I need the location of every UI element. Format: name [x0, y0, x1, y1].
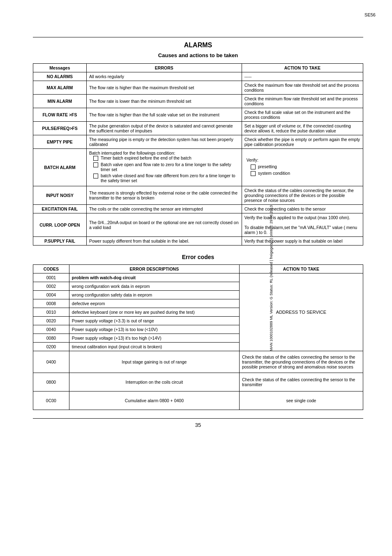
alarm-errors: The coils or the cable connecting the se…: [86, 205, 242, 213]
error-desc: wrong configuration safety data in eepro…: [69, 291, 239, 299]
bottom-divider: [33, 418, 363, 419]
alarm-action: Check whether the pipe is empty or perfo…: [242, 135, 363, 149]
checkbox-icon: [93, 156, 98, 161]
alarm-errors-batch: Batch interrupted for the followings con…: [86, 149, 242, 186]
error-desc: wrong configuration work data in eeprom: [69, 282, 239, 291]
alarm-errors: The measuring pipe is empty or the detec…: [86, 135, 242, 149]
list-item: presetting: [251, 164, 360, 169]
table-row: EXCITATION FAIL The coils or the cable c…: [33, 205, 363, 213]
error-codes-title: Error codes: [33, 254, 363, 260]
address-to-service-text: ADDRESS TO SERVICE: [276, 310, 326, 315]
checkbox-icon: [93, 174, 98, 178]
alarm-message: P.SUPPLY FAIL: [33, 237, 87, 246]
table-row: FLOW RATE >FS The flow rate is higher th…: [33, 108, 363, 122]
error-desc: Input stage gaining is out of range: [69, 351, 239, 373]
list-item: Timer batch expired before the end of th…: [93, 155, 239, 161]
verify-section: Verify: presetting system condition: [244, 158, 360, 176]
alarm-message: EMPTY PIPE: [33, 135, 87, 149]
alarms-table: Messages ERRORS ACTION TO TAKE NO ALARMS…: [33, 63, 363, 246]
table-row: NO ALARMS All works regularly -----: [33, 72, 363, 81]
address-to-service-cell: ADDRESS TO SERVICE: [239, 273, 363, 351]
error-code: 0040: [33, 325, 69, 334]
alarm-message: CURR. LOOP OPEN: [33, 213, 87, 237]
error-desc: Power supply voltage (+3.3) is out of ra…: [69, 317, 239, 325]
checkbox-icon: [251, 171, 256, 176]
page-container: MAN 1000102889 ML Version: G Status: RL …: [0, 0, 392, 556]
error-code: 0001: [33, 273, 69, 282]
error-code: 0200: [33, 343, 69, 351]
alarm-action: Check the maximum flow rate threshold se…: [242, 81, 363, 95]
alarm-errors: The flow rate is lower than the minimum …: [86, 95, 242, 108]
error-code: 0008: [33, 299, 69, 308]
alarm-errors: All works regularly: [86, 72, 242, 81]
alarm-action: Set a bigger unit of volume or, if the c…: [242, 122, 363, 135]
page-number: 35: [33, 422, 363, 428]
error-col-action: ACTION TO TAKE: [239, 265, 363, 273]
alarm-action: Verify the load is applied to the output…: [242, 213, 363, 237]
error-code: 0010: [33, 308, 69, 317]
error-desc: defective eeprom: [69, 299, 239, 308]
alarms-col-action: ACTION TO TAKE: [242, 64, 363, 72]
table-row: 0C00 Cumulative alarm 0800 + 0400 see si…: [33, 392, 363, 410]
alarm-message: BATCH ALARM: [33, 149, 87, 186]
verify-list: presetting system condition: [247, 164, 360, 176]
table-row: PULSE/FREQ>FS The pulse generation outpu…: [33, 122, 363, 135]
error-desc: timeout calibration input (input circuit…: [69, 343, 239, 351]
table-row: 0001 problem with watch-dog circuit ADDR…: [33, 273, 363, 282]
table-row: INPUT NOISY The measure is strongly effe…: [33, 186, 363, 205]
error-code: 0020: [33, 317, 69, 325]
alarm-action: Check the full scale value set on the in…: [242, 108, 363, 122]
error-codes-table: CODES ERROR DESCRIPTIONS ACTION TO TAKE …: [33, 264, 363, 410]
table-row: MAX ALARM The flow rate is higher than t…: [33, 81, 363, 95]
alarms-col-messages: Messages: [33, 64, 87, 72]
error-code: 0400: [33, 351, 69, 373]
alarm-action: Check the status of the cables connectin…: [242, 186, 363, 205]
alarms-col-errors: ERRORS: [86, 64, 242, 72]
error-code: 0800: [33, 373, 69, 392]
top-divider: [33, 37, 363, 37]
table-row: BATCH ALARM Batch interrupted for the fo…: [33, 149, 363, 186]
alarm-message: PULSE/FREQ>FS: [33, 122, 87, 135]
table-row: CURR. LOOP OPEN The 0/4...20mA output on…: [33, 213, 363, 237]
table-row: P.SUPPLY FAIL Power supply different fro…: [33, 237, 363, 246]
error-action: see single code: [239, 392, 363, 410]
error-action: Check the status of the cables connectin…: [239, 351, 363, 373]
table-row: 0800 Interruption on the coils circuit C…: [33, 373, 363, 392]
alarm-action: Verify that the power supply is that sui…: [242, 237, 363, 246]
error-action: Check the status of the cables connectin…: [239, 373, 363, 392]
alarm-action: Check the minimum flow rate threshold se…: [242, 95, 363, 108]
checkbox-icon: [93, 162, 98, 167]
list-item: Batch valve open and flow rate to zero f…: [93, 162, 239, 172]
error-col-codes: CODES: [33, 265, 69, 273]
alarms-subtitle: Causes and actions to be taken: [33, 52, 363, 58]
alarm-message: FLOW RATE >FS: [33, 108, 87, 122]
alarm-errors: The 0/4...20mA output on board or the op…: [86, 213, 242, 237]
error-code: 0002: [33, 282, 69, 291]
error-desc: defective keyboard (one or more key are …: [69, 308, 239, 317]
error-desc: problem with watch-dog circuit: [69, 273, 239, 282]
list-item: batch valve closed and flow rate differe…: [93, 173, 239, 183]
error-desc: Interruption on the coils circuit: [69, 373, 239, 392]
table-row: EMPTY PIPE The measuring pipe is empty o…: [33, 135, 363, 149]
alarm-message: MAX ALARM: [33, 81, 87, 95]
alarm-action-batch: Verify: presetting system condition: [242, 149, 363, 186]
alarm-errors: The flow rate is higher than the maximum…: [86, 81, 242, 95]
alarm-message: EXCITATION FAIL: [33, 205, 87, 213]
error-desc: Power supply voltage (+13) is too low (<…: [69, 325, 239, 334]
error-code: 0C00: [33, 392, 69, 410]
alarm-errors: The flow rate is higher than the full sc…: [86, 108, 242, 122]
alarm-message: MIN ALARM: [33, 95, 87, 108]
error-code: 0080: [33, 334, 69, 343]
table-row: MIN ALARM The flow rate is lower than th…: [33, 95, 363, 108]
batch-errors-intro: Batch interrupted for the followings con…: [89, 151, 175, 155]
page-code: SE56: [364, 12, 376, 17]
alarms-title: ALARMS: [33, 42, 363, 49]
sidebar-text: MAN 1000102889 ML Version: G Status: RL …: [269, 11, 273, 545]
error-desc: Cumulative alarm 0800 + 0400: [69, 392, 239, 410]
checkbox-icon: [251, 164, 256, 169]
alarm-action: Check the connecting cables to the senso…: [242, 205, 363, 213]
table-row: 0400 Input stage gaining is out of range…: [33, 351, 363, 373]
error-desc: Power supply voltage (+13) it's too high…: [69, 334, 239, 343]
verify-label: Verify:: [247, 158, 360, 162]
batch-errors-list: Timer batch expired before the end of th…: [89, 155, 239, 183]
